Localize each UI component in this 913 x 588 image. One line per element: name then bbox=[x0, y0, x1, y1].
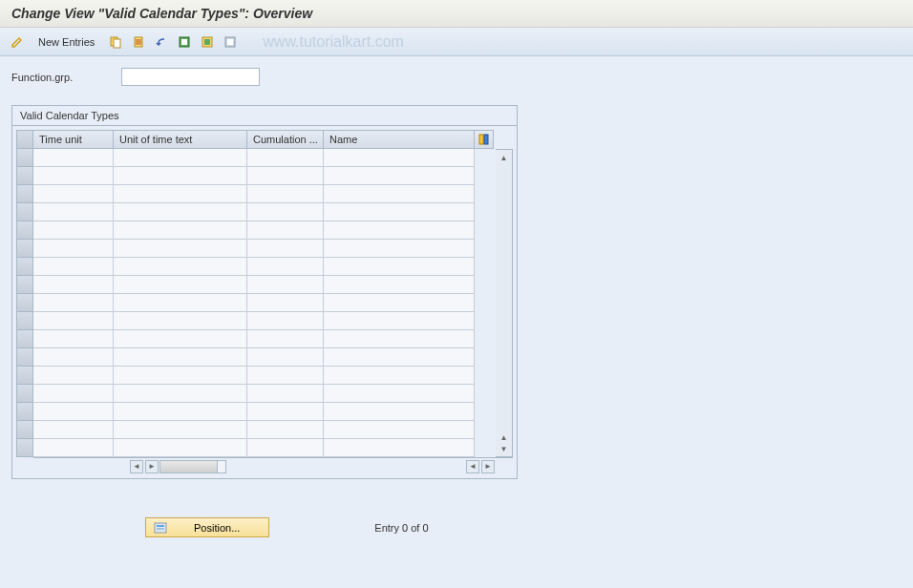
row-selector[interactable] bbox=[16, 185, 33, 203]
copy-icon[interactable] bbox=[106, 32, 125, 52]
horizontal-scrollbar: ◄ ► ◄ ► bbox=[33, 457, 513, 474]
svg-rect-9 bbox=[479, 135, 483, 144]
row-selector[interactable] bbox=[16, 294, 33, 312]
deselect-all-icon[interactable] bbox=[221, 32, 240, 52]
content-area: Function.grp. Valid Calendar Types bbox=[0, 56, 913, 588]
table-row[interactable] bbox=[33, 185, 496, 203]
new-entries-button[interactable]: New Entries bbox=[31, 34, 102, 50]
toolbar: New Entries www.tutorialkart.com bbox=[0, 28, 913, 56]
row-selector[interactable] bbox=[16, 367, 33, 385]
undo-icon[interactable] bbox=[152, 32, 171, 52]
scroll-left-icon[interactable]: ◄ bbox=[130, 460, 143, 473]
group-title: Valid Calendar Types bbox=[12, 106, 517, 126]
table-row[interactable] bbox=[33, 439, 496, 457]
h-scroll-thumb[interactable] bbox=[160, 461, 218, 472]
table-row[interactable] bbox=[33, 240, 496, 258]
svg-rect-8 bbox=[227, 39, 233, 45]
table-header: Time unit Unit of time text Cumulation .… bbox=[33, 130, 513, 149]
scroll-up-step-icon[interactable]: ▲ bbox=[499, 431, 510, 443]
row-selector[interactable] bbox=[16, 240, 33, 258]
function-group-row: Function.grp. bbox=[11, 68, 902, 86]
table-row[interactable] bbox=[33, 312, 496, 330]
column-header-name[interactable]: Name bbox=[324, 130, 475, 149]
table-main: Time unit Unit of time text Cumulation .… bbox=[33, 130, 513, 474]
table-row[interactable] bbox=[33, 421, 496, 439]
table-row[interactable] bbox=[33, 294, 496, 312]
svg-rect-1 bbox=[114, 39, 120, 48]
function-group-label: Function.grp. bbox=[11, 72, 121, 83]
position-icon bbox=[154, 521, 167, 535]
row-selector[interactable] bbox=[16, 276, 33, 294]
page-title: Change View "Valid Calendar Types": Over… bbox=[0, 0, 913, 28]
table-row[interactable] bbox=[33, 149, 496, 167]
column-header-cumulation[interactable]: Cumulation ... bbox=[247, 130, 324, 149]
entry-status: Entry 0 of 0 bbox=[374, 522, 428, 534]
scroll-right-end-icon[interactable]: ► bbox=[481, 460, 495, 473]
row-selector[interactable] bbox=[16, 385, 33, 403]
change-icon[interactable] bbox=[8, 32, 27, 52]
svg-rect-10 bbox=[484, 135, 488, 144]
h-scroll-track[interactable] bbox=[159, 460, 226, 473]
column-header-time-unit[interactable]: Time unit bbox=[33, 130, 114, 149]
valid-calendar-types-group: Valid Calendar Types bbox=[11, 105, 518, 479]
row-selector[interactable] bbox=[16, 439, 33, 457]
table-row[interactable] bbox=[33, 203, 496, 221]
row-selector[interactable] bbox=[16, 330, 33, 348]
delete-icon[interactable] bbox=[129, 32, 148, 52]
table-row[interactable] bbox=[33, 167, 496, 185]
column-header-unit-text[interactable]: Unit of time text bbox=[114, 130, 247, 149]
row-selector-column bbox=[16, 130, 33, 474]
table-rows bbox=[33, 149, 496, 457]
watermark: www.tutorialkart.com bbox=[263, 33, 404, 51]
table-row[interactable] bbox=[33, 221, 496, 240]
row-selector[interactable] bbox=[16, 348, 33, 367]
position-label: Position... bbox=[194, 522, 240, 534]
table-row[interactable] bbox=[33, 385, 496, 403]
svg-rect-4 bbox=[181, 39, 187, 45]
row-selector[interactable] bbox=[16, 421, 33, 439]
table-row[interactable] bbox=[33, 367, 496, 385]
svg-rect-6 bbox=[204, 39, 210, 45]
svg-rect-12 bbox=[157, 525, 164, 527]
table-row[interactable] bbox=[33, 348, 496, 367]
row-selector[interactable] bbox=[16, 403, 33, 421]
row-selector[interactable] bbox=[16, 167, 33, 185]
scroll-left-end-icon[interactable]: ◄ bbox=[466, 460, 479, 473]
table-row[interactable] bbox=[33, 276, 496, 294]
table-settings-icon[interactable] bbox=[475, 130, 494, 149]
select-all-rows[interactable] bbox=[16, 130, 33, 149]
table-row[interactable] bbox=[33, 258, 496, 276]
table-row[interactable] bbox=[33, 403, 496, 421]
table-row[interactable] bbox=[33, 330, 496, 348]
table-body: ▲ ▲ ▼ bbox=[33, 149, 513, 457]
scroll-up-icon[interactable]: ▲ bbox=[499, 152, 510, 163]
position-button[interactable]: Position... bbox=[145, 517, 269, 537]
select-block-icon[interactable] bbox=[198, 32, 217, 52]
function-group-input[interactable] bbox=[121, 68, 260, 86]
row-selector[interactable] bbox=[16, 149, 33, 167]
select-all-icon[interactable] bbox=[175, 32, 194, 52]
svg-rect-13 bbox=[157, 528, 164, 530]
scroll-down-icon[interactable]: ▼ bbox=[499, 443, 510, 454]
bottom-bar: Position... Entry 0 of 0 bbox=[11, 517, 902, 537]
table-wrapper: Time unit Unit of time text Cumulation .… bbox=[12, 126, 517, 478]
row-selector[interactable] bbox=[16, 203, 33, 221]
vertical-scrollbar[interactable]: ▲ ▲ ▼ bbox=[496, 149, 513, 457]
row-selector[interactable] bbox=[16, 221, 33, 240]
row-selector[interactable] bbox=[16, 312, 33, 330]
scroll-right-icon[interactable]: ► bbox=[145, 460, 159, 473]
row-selector[interactable] bbox=[16, 258, 33, 276]
